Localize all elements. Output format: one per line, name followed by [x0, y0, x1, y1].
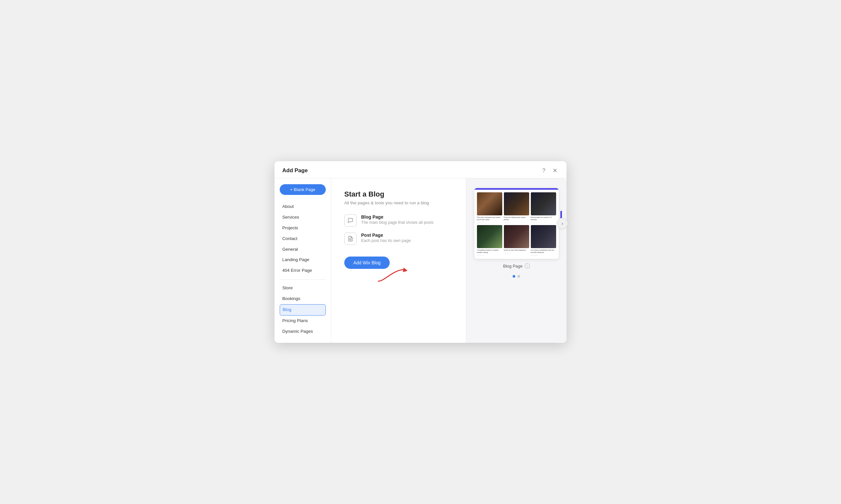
preview-cell-meta-6: ○ 0 □ 0 ♡ 0	[531, 255, 556, 256]
close-button[interactable]: ✕	[551, 167, 559, 174]
sidebar-item-general[interactable]: General	[280, 244, 326, 255]
preview-cell-6: 12 yummy breakfasts that are secretly de…	[531, 225, 556, 256]
sidebar-item-blog[interactable]: Blog	[280, 304, 326, 316]
sidebar-item-contact[interactable]: Contact	[280, 234, 326, 244]
preview-img-5	[504, 225, 529, 248]
svg-marker-2	[403, 268, 408, 272]
sidebar-item-projects[interactable]: Projects	[280, 223, 326, 234]
preview-cell-text-3: Homemade ice cream in 5 minutes	[531, 216, 556, 221]
page-option-blog-page: Blog Page The main blog page that shows …	[344, 214, 453, 227]
preview-img-6	[531, 225, 556, 248]
next-preview-button[interactable]: ›	[557, 218, 568, 229]
preview-cell-meta-2: ○ 0 □ 0 ♡ 0	[504, 222, 529, 223]
preview-cell-meta-5: ○ 0 □ 0 ♡ 0	[504, 252, 529, 254]
section-title: Start a Blog	[344, 190, 453, 198]
preview-cell-text-5: Quick & easy fried plantains	[504, 249, 529, 251]
sidebar-item-pricing-plans[interactable]: Pricing Plans	[280, 316, 326, 326]
post-page-name: Post Page	[361, 233, 411, 238]
section-subtitle: All the pages & tools you need to run a …	[344, 200, 453, 205]
post-page-icon	[344, 233, 357, 245]
add-wix-blog-button[interactable]: Add Wix Blog	[344, 256, 390, 269]
sidebar-item-store[interactable]: Store	[280, 283, 326, 293]
preview-grid: The only cinnamon tea recipe you'll ever…	[475, 190, 559, 259]
sidebar-item-404-error-page[interactable]: 404 Error Page	[280, 265, 326, 276]
sidebar-divider	[280, 279, 326, 280]
preview-cell-2: 5 tips for taking tasty recipe photos ○ …	[504, 192, 529, 223]
carousel-dot-1[interactable]	[513, 275, 515, 277]
preview-card: The only cinnamon tea recipe you'll ever…	[475, 188, 559, 259]
blog-page-icon	[344, 214, 357, 227]
main-content: Start a Blog All the pages & tools you n…	[331, 178, 466, 343]
sidebar: + Blank Page About Services Projects Con…	[274, 178, 331, 343]
blog-page-desc: The main blog page that shows all posts	[361, 220, 433, 225]
preview-cell-meta-1: ○ 0 □ 0 ♡ 0	[477, 222, 502, 223]
blog-page-name: Blog Page	[361, 214, 433, 220]
preview-label: Blog Page i	[503, 263, 530, 269]
preview-cell-text-2: 5 tips for taking tasty recipe photos	[504, 216, 529, 221]
preview-img-1	[477, 192, 502, 215]
sidebar-item-services[interactable]: Services	[280, 212, 326, 223]
preview-wrapper: The only cinnamon tea recipe you'll ever…	[471, 188, 562, 259]
dialog-header: Add Page ? ✕	[274, 161, 567, 178]
page-options-list: Blog Page The main blog page that shows …	[344, 214, 453, 245]
preview-cell-3: Homemade ice cream in 5 minutes ○ 0 □ 0 …	[531, 192, 556, 223]
preview-cell-text-6: 12 yummy breakfasts that are secretly de…	[531, 249, 556, 254]
add-page-dialog: Add Page ? ✕ + Blank Page About Services…	[274, 161, 567, 343]
preview-img-3	[531, 192, 556, 215]
preview-cell-4: 7 breakfast bowls to inspire healthy eat…	[477, 225, 502, 256]
sidebar-list-group1: About Services Projects Contact General …	[280, 201, 326, 276]
carousel-dots	[513, 275, 520, 277]
preview-cell-5: Quick & easy fried plantains ○ 0 □ 0 ♡ 0	[504, 225, 529, 256]
preview-cell-meta-3: ○ 0 □ 0 ♡ 0	[531, 222, 556, 223]
add-button-area: Add Wix Blog	[344, 255, 453, 269]
preview-label-text: Blog Page	[503, 264, 523, 269]
page-option-post-page: Post Page Each post has its own page	[344, 233, 453, 245]
dialog-title: Add Page	[282, 167, 308, 174]
preview-img-4	[477, 225, 502, 248]
dialog-body: + Blank Page About Services Projects Con…	[274, 178, 567, 343]
sidebar-item-dynamic-pages[interactable]: Dynamic Pages	[280, 326, 326, 337]
preview-cell-meta-4: ○ 0 □ 0 ♡ 0	[477, 255, 502, 256]
blog-page-text: Blog Page The main blog page that shows …	[361, 214, 433, 225]
blank-page-button[interactable]: + Blank Page	[280, 184, 326, 195]
sidebar-item-landing-page[interactable]: Landing Page	[280, 255, 326, 265]
preview-img-2	[504, 192, 529, 215]
post-page-text: Post Page Each post has its own page	[361, 233, 411, 243]
preview-cell-text-1: The only cinnamon tea recipe you'll ever…	[477, 216, 502, 221]
info-icon[interactable]: i	[525, 263, 530, 269]
preview-cell-1: The only cinnamon tea recipe you'll ever…	[477, 192, 502, 223]
sidebar-item-bookings[interactable]: Bookings	[280, 293, 326, 304]
carousel-dot-2[interactable]	[518, 275, 520, 277]
help-button[interactable]: ?	[541, 167, 547, 174]
preview-panel: The only cinnamon tea recipe you'll ever…	[466, 178, 567, 343]
sidebar-list-group2: Store Bookings Blog Pricing Plans Dynami…	[280, 283, 326, 337]
preview-cell-text-4: 7 breakfast bowls to inspire healthy eat…	[477, 249, 502, 254]
header-icons: ? ✕	[541, 167, 559, 174]
sidebar-item-about[interactable]: About	[280, 201, 326, 212]
post-page-desc: Each post has its own page	[361, 238, 411, 243]
